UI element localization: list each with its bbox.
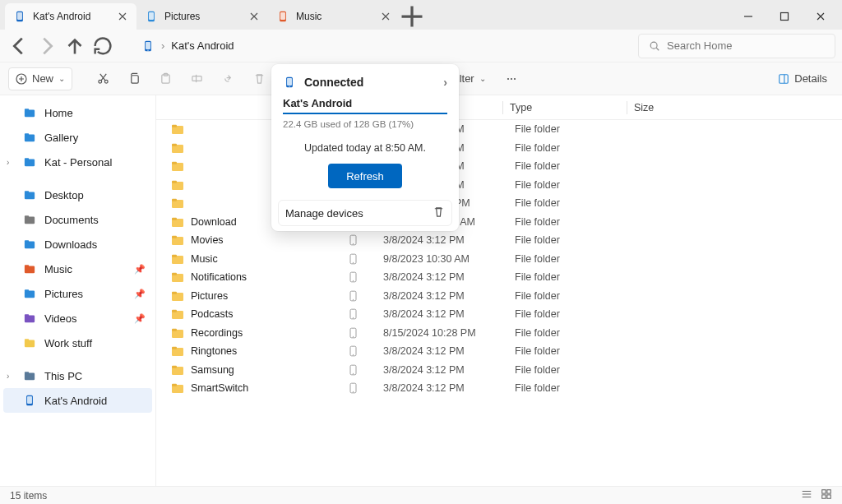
- sidebar-item[interactable]: ›This PC: [3, 363, 152, 388]
- icons-view-button[interactable]: [821, 488, 832, 502]
- file-name: Download: [191, 216, 237, 228]
- table-row[interactable]: Podcasts 3/8/2024 3:12 PM File folder: [156, 305, 842, 324]
- sidebar-item-label: Pictures: [44, 288, 83, 300]
- address-bar[interactable]: › Kat's Android: [133, 34, 635, 58]
- tab[interactable]: Kat's Android: [5, 3, 136, 30]
- cut-button[interactable]: [90, 67, 115, 90]
- chevron-right-icon[interactable]: ›: [7, 158, 16, 167]
- svg-rect-25: [25, 133, 29, 136]
- rename-button[interactable]: [184, 67, 209, 90]
- column-type[interactable]: Type: [503, 102, 627, 113]
- sidebar-item-icon: [23, 188, 36, 201]
- svg-rect-111: [822, 495, 826, 498]
- sidebar-item[interactable]: Pictures📌: [3, 281, 152, 306]
- back-button[interactable]: [7, 34, 31, 58]
- file-date: 8/15/2024 10:28 PM: [377, 327, 508, 339]
- file-status: [329, 327, 377, 339]
- tab[interactable]: Pictures: [136, 3, 268, 30]
- svg-rect-66: [172, 199, 177, 201]
- file-type: File folder: [508, 142, 632, 154]
- file-name: Recordings: [191, 327, 243, 339]
- share-button[interactable]: [215, 67, 240, 90]
- sidebar-item[interactable]: Music📌: [3, 257, 152, 281]
- device-storage: 22.4 GB used of 128 GB (17%): [283, 114, 447, 129]
- sidebar-item[interactable]: Downloads: [3, 232, 152, 257]
- up-button[interactable]: [62, 34, 87, 58]
- sidebar-item[interactable]: Gallery: [3, 125, 152, 150]
- refresh-nav-button[interactable]: [90, 34, 115, 58]
- table-row[interactable]: Download 7/29/2024 10:54 AM File folder: [156, 213, 842, 232]
- copy-button[interactable]: [122, 67, 146, 90]
- more-button[interactable]: [499, 67, 524, 90]
- sidebar-item[interactable]: ›Kat - Personal: [3, 150, 152, 174]
- sidebar-item[interactable]: Home: [3, 100, 152, 125]
- sidebar-item-label: This PC: [44, 370, 82, 382]
- svg-rect-5: [280, 12, 285, 20]
- file-status: [329, 364, 377, 376]
- table-row[interactable]: Ringtones 3/8/2024 3:12 PM File folder: [156, 342, 842, 361]
- svg-rect-43: [25, 372, 29, 374]
- navigation-sidebar[interactable]: HomeGallery›Kat - Personal DesktopDocume…: [0, 95, 156, 486]
- manage-devices-button[interactable]: Manage devices: [285, 207, 363, 220]
- table-row[interactable]: Recordings 8/15/2024 10:28 PM File folde…: [156, 324, 842, 343]
- close-tab-button[interactable]: [117, 11, 128, 22]
- table-row[interactable]: Music 9/8/2023 10:30 AM File folder: [156, 250, 842, 269]
- svg-point-84: [352, 280, 353, 281]
- new-button[interactable]: New ⌄: [8, 67, 72, 90]
- sidebar-item[interactable]: Work stuff: [3, 331, 152, 355]
- table-row[interactable]: 3/8/2024 3:12 PM File folder: [156, 157, 842, 176]
- file-name: Notifications: [191, 271, 247, 283]
- file-type: File folder: [508, 160, 632, 172]
- search-box[interactable]: Search Home: [638, 34, 835, 58]
- sidebar-item[interactable]: Documents: [3, 207, 152, 232]
- tab[interactable]: Music: [268, 3, 400, 30]
- svg-rect-90: [172, 310, 177, 312]
- table-row[interactable]: Notifications 3/8/2024 3:12 PM File fold…: [156, 268, 842, 287]
- file-status: [329, 382, 377, 394]
- address-row: › Kat's Android Search Home: [0, 30, 842, 62]
- chevron-right-icon[interactable]: ›: [7, 372, 16, 381]
- window-maximize-button[interactable]: [768, 5, 801, 28]
- svg-rect-14: [131, 76, 137, 83]
- sidebar-item-icon: [23, 106, 36, 119]
- pin-icon: 📌: [134, 289, 146, 299]
- details-view-button[interactable]: [801, 488, 812, 502]
- delete-button[interactable]: [247, 67, 271, 90]
- window-minimize-button[interactable]: [732, 5, 765, 28]
- chevron-down-icon: ⌄: [58, 74, 65, 83]
- device-updated: Updated today at 8:50 AM.: [271, 129, 459, 162]
- file-status: [329, 290, 377, 302]
- table-row[interactable]: SmartSwitch 3/8/2024 3:12 PM File folder: [156, 379, 842, 398]
- column-headers[interactable]: Status Date Modified Type Size: [156, 95, 842, 120]
- trash-icon[interactable]: [433, 206, 445, 220]
- sidebar-item[interactable]: Kat's Android: [3, 388, 152, 413]
- close-tab-button[interactable]: [248, 11, 260, 22]
- sidebar-item-label: Downloads: [44, 238, 97, 251]
- file-type: File folder: [508, 327, 632, 339]
- refresh-button[interactable]: Refresh: [328, 164, 402, 188]
- table-row[interactable]: Pictures 3/8/2024 3:12 PM File folder: [156, 287, 842, 306]
- sidebar-item[interactable]: Videos📌: [3, 306, 152, 331]
- table-row[interactable]: Movies 3/8/2024 3:12 PM File folder: [156, 231, 842, 250]
- svg-point-80: [352, 261, 353, 262]
- file-name: Music: [191, 253, 218, 265]
- file-type: File folder: [508, 382, 632, 394]
- add-tab-button[interactable]: [400, 4, 424, 29]
- details-pane-button[interactable]: Details: [771, 67, 834, 90]
- status-bar: 15 items: [0, 486, 842, 504]
- table-row[interactable]: 3/8/2024 3:12 PM File folder: [156, 176, 842, 195]
- table-row[interactable]: 3/8/2024 3:12 PM File folder: [156, 120, 842, 139]
- svg-point-10: [650, 42, 657, 49]
- chevron-right-icon[interactable]: ›: [443, 76, 447, 89]
- sidebar-item[interactable]: Desktop: [3, 183, 152, 207]
- table-row[interactable]: 3/8/2024 3:12 PM File folder: [156, 139, 842, 158]
- paste-button[interactable]: [153, 67, 178, 90]
- table-row[interactable]: Samsung 3/8/2024 3:12 PM File folder: [156, 361, 842, 380]
- forward-button[interactable]: [35, 34, 59, 58]
- column-size[interactable]: Size: [627, 102, 693, 113]
- close-tab-button[interactable]: [380, 11, 391, 22]
- table-row[interactable]: 2/27/2024 5:45 PM File folder: [156, 194, 842, 213]
- file-status: [329, 345, 377, 357]
- breadcrumb-root[interactable]: Kat's Android: [171, 39, 234, 52]
- window-close-button[interactable]: [804, 5, 837, 28]
